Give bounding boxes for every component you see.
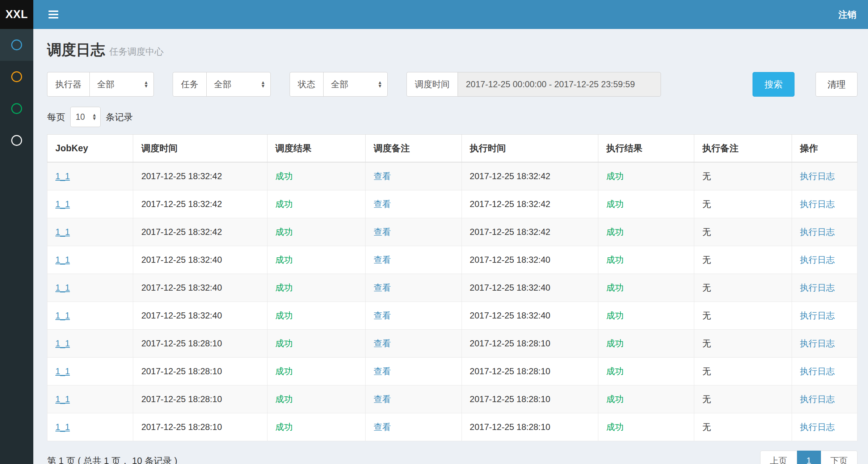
status-select[interactable]: 全部 ▲▼ bbox=[323, 72, 388, 97]
handle-result-cell: 成功 bbox=[598, 162, 694, 190]
handle-result-cell: 成功 bbox=[598, 302, 694, 330]
view-trigger-msg-link[interactable]: 查看 bbox=[374, 366, 391, 376]
handle-time-cell: 2017-12-25 18:32:40 bbox=[462, 274, 598, 302]
trigger-time-cell: 2017-12-25 18:28:10 bbox=[133, 413, 267, 441]
handle-result-cell: 成功 bbox=[598, 274, 694, 302]
current-page-button[interactable]: 1 bbox=[797, 451, 821, 464]
handle-msg-cell: 无 bbox=[694, 246, 792, 274]
job-key-link[interactable]: 1_1 bbox=[55, 199, 70, 209]
job-label: 任务 bbox=[173, 72, 206, 97]
trigger-time-cell: 2017-12-25 18:28:10 bbox=[133, 385, 267, 413]
executor-select[interactable]: 全部 ▲▼ bbox=[89, 72, 154, 97]
job-select[interactable]: 全部 ▲▼ bbox=[206, 72, 271, 97]
status-selected-value: 全部 bbox=[331, 79, 348, 90]
trigger-time-cell: 2017-12-25 18:32:40 bbox=[133, 246, 267, 274]
handle-msg-cell: 无 bbox=[694, 190, 792, 218]
exec-log-link[interactable]: 执行日志 bbox=[800, 255, 835, 265]
page-size-row: 每页 10 ▲▼ 条记录 bbox=[47, 107, 858, 127]
trigger-result-cell: 成功 bbox=[267, 190, 366, 218]
col-action: 操作 bbox=[792, 135, 857, 163]
view-trigger-msg-link[interactable]: 查看 bbox=[374, 394, 391, 404]
job-key-link[interactable]: 1_1 bbox=[55, 311, 70, 320]
clear-button[interactable]: 清理 bbox=[816, 72, 858, 97]
exec-log-link[interactable]: 执行日志 bbox=[800, 366, 835, 376]
trigger-time-cell: 2017-12-25 18:28:10 bbox=[133, 330, 267, 358]
status-filter-group: 状态 全部 ▲▼ bbox=[290, 72, 388, 97]
sidebar-toggle-icon[interactable] bbox=[47, 8, 60, 21]
sidebar-item-1[interactable] bbox=[0, 29, 33, 61]
job-key-link[interactable]: 1_1 bbox=[55, 283, 70, 292]
view-trigger-msg-link[interactable]: 查看 bbox=[374, 422, 391, 432]
app-logo[interactable]: XXL bbox=[0, 0, 33, 29]
view-trigger-msg-link[interactable]: 查看 bbox=[374, 199, 391, 209]
next-page-button[interactable]: 下页 bbox=[821, 451, 858, 464]
sidebar-item-2[interactable] bbox=[0, 61, 33, 93]
view-trigger-msg-link[interactable]: 查看 bbox=[374, 255, 391, 265]
job-key-link[interactable]: 1_1 bbox=[55, 227, 70, 237]
trigger-time-cell: 2017-12-25 18:32:40 bbox=[133, 274, 267, 302]
handle-msg-cell: 无 bbox=[694, 302, 792, 330]
exec-log-link[interactable]: 执行日志 bbox=[800, 227, 835, 237]
view-trigger-msg-link[interactable]: 查看 bbox=[374, 171, 391, 181]
page-size-prefix: 每页 bbox=[47, 111, 65, 123]
exec-log-link[interactable]: 执行日志 bbox=[800, 394, 835, 404]
job-key-link[interactable]: 1_1 bbox=[55, 394, 70, 404]
trigger-result-cell: 成功 bbox=[267, 246, 366, 274]
job-filter-group: 任务 全部 ▲▼ bbox=[173, 72, 271, 97]
exec-log-link[interactable]: 执行日志 bbox=[800, 422, 835, 432]
executor-label: 执行器 bbox=[47, 72, 89, 97]
view-trigger-msg-link[interactable]: 查看 bbox=[374, 227, 391, 237]
schedule-time-label: 调度时间 bbox=[406, 72, 458, 97]
job-selected-value: 全部 bbox=[214, 79, 231, 90]
handle-time-cell: 2017-12-25 18:32:42 bbox=[462, 190, 598, 218]
view-trigger-msg-link[interactable]: 查看 bbox=[374, 283, 391, 292]
trigger-time-cell: 2017-12-25 18:32:42 bbox=[133, 218, 267, 246]
pagination: 上页 1 下页 bbox=[760, 451, 858, 464]
trigger-result-cell: 成功 bbox=[267, 358, 366, 385]
select-arrows-icon: ▲▼ bbox=[261, 81, 265, 88]
job-key-link[interactable]: 1_1 bbox=[55, 255, 70, 265]
job-key-link[interactable]: 1_1 bbox=[55, 422, 70, 432]
executor-filter-group: 执行器 全部 ▲▼ bbox=[47, 72, 154, 97]
main-content: 调度日志任务调度中心 执行器 全部 ▲▼ 任务 全部 ▲▼ 状态 全部 ▲▼ 调… bbox=[33, 0, 868, 464]
handle-result-cell: 成功 bbox=[598, 358, 694, 385]
exec-log-link[interactable]: 执行日志 bbox=[800, 338, 835, 348]
job-key-link[interactable]: 1_1 bbox=[55, 171, 70, 181]
job-key-link[interactable]: 1_1 bbox=[55, 338, 70, 348]
sidebar bbox=[0, 29, 33, 464]
table-row: 1_1 2017-12-25 18:32:42 成功 查看 2017-12-25… bbox=[47, 218, 858, 246]
sidebar-item-3[interactable] bbox=[0, 93, 33, 125]
search-button[interactable]: 搜索 bbox=[753, 72, 795, 97]
view-trigger-msg-link[interactable]: 查看 bbox=[374, 338, 391, 348]
handle-result-cell: 成功 bbox=[598, 246, 694, 274]
handle-msg-cell: 无 bbox=[694, 218, 792, 246]
handle-time-cell: 2017-12-25 18:32:42 bbox=[462, 162, 598, 190]
exec-log-link[interactable]: 执行日志 bbox=[800, 311, 835, 320]
page-size-select[interactable]: 10 ▲▼ bbox=[70, 107, 101, 127]
view-trigger-msg-link[interactable]: 查看 bbox=[374, 311, 391, 320]
handle-time-cell: 2017-12-25 18:32:40 bbox=[462, 246, 598, 274]
table-row: 1_1 2017-12-25 18:28:10 成功 查看 2017-12-25… bbox=[47, 358, 858, 385]
prev-page-button[interactable]: 上页 bbox=[760, 451, 797, 464]
exec-log-link[interactable]: 执行日志 bbox=[800, 171, 835, 181]
circle-icon bbox=[11, 39, 22, 50]
handle-time-cell: 2017-12-25 18:32:42 bbox=[462, 218, 598, 246]
handle-msg-cell: 无 bbox=[694, 330, 792, 358]
exec-log-link[interactable]: 执行日志 bbox=[800, 283, 835, 292]
table-row: 1_1 2017-12-25 18:32:40 成功 查看 2017-12-25… bbox=[47, 274, 858, 302]
handle-result-cell: 成功 bbox=[598, 330, 694, 358]
schedule-time-input[interactable] bbox=[458, 72, 661, 97]
sidebar-item-4[interactable] bbox=[0, 125, 33, 156]
navbar-body: 注销 bbox=[33, 0, 868, 29]
trigger-result-cell: 成功 bbox=[267, 302, 366, 330]
job-key-link[interactable]: 1_1 bbox=[55, 366, 70, 376]
logout-link[interactable]: 注销 bbox=[838, 9, 856, 21]
handle-time-cell: 2017-12-25 18:28:10 bbox=[462, 358, 598, 385]
exec-log-link[interactable]: 执行日志 bbox=[800, 199, 835, 209]
trigger-result-cell: 成功 bbox=[267, 162, 366, 190]
hamburger-bar bbox=[49, 14, 58, 15]
col-jobkey: JobKey bbox=[47, 135, 133, 163]
handle-msg-cell: 无 bbox=[694, 413, 792, 441]
col-trigger-result: 调度结果 bbox=[267, 135, 366, 163]
filter-toolbar: 执行器 全部 ▲▼ 任务 全部 ▲▼ 状态 全部 ▲▼ 调度时间 搜索 清理 bbox=[47, 72, 858, 97]
